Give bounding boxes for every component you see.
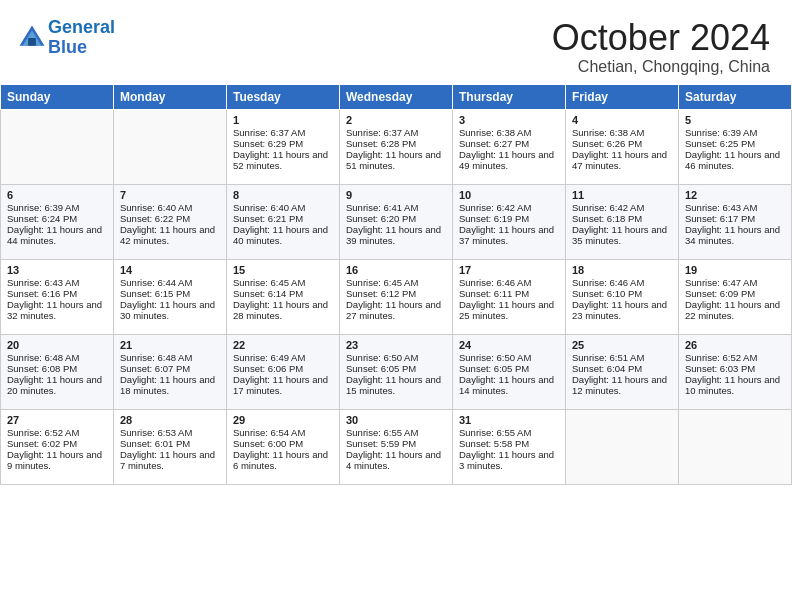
daylight-text: Daylight: 11 hours and 49 minutes. bbox=[459, 149, 554, 171]
table-row: 12 Sunrise: 6:43 AM Sunset: 6:17 PM Dayl… bbox=[679, 184, 792, 259]
logo-text: General Blue bbox=[48, 18, 115, 58]
daylight-text: Daylight: 11 hours and 35 minutes. bbox=[572, 224, 667, 246]
table-row: 6 Sunrise: 6:39 AM Sunset: 6:24 PM Dayli… bbox=[1, 184, 114, 259]
sunset-text: Sunset: 5:59 PM bbox=[346, 438, 416, 449]
day-number: 3 bbox=[459, 114, 559, 126]
day-number: 6 bbox=[7, 189, 107, 201]
daylight-text: Daylight: 11 hours and 42 minutes. bbox=[120, 224, 215, 246]
calendar-week-row: 20 Sunrise: 6:48 AM Sunset: 6:08 PM Dayl… bbox=[1, 334, 792, 409]
sunrise-text: Sunrise: 6:51 AM bbox=[572, 352, 644, 363]
sunset-text: Sunset: 6:21 PM bbox=[233, 213, 303, 224]
sunrise-text: Sunrise: 6:48 AM bbox=[7, 352, 79, 363]
daylight-text: Daylight: 11 hours and 25 minutes. bbox=[459, 299, 554, 321]
logo: General Blue bbox=[18, 18, 115, 58]
col-wednesday: Wednesday bbox=[340, 84, 453, 109]
daylight-text: Daylight: 11 hours and 37 minutes. bbox=[459, 224, 554, 246]
sunrise-text: Sunrise: 6:40 AM bbox=[233, 202, 305, 213]
sunrise-text: Sunrise: 6:44 AM bbox=[120, 277, 192, 288]
sunset-text: Sunset: 6:05 PM bbox=[346, 363, 416, 374]
sunrise-text: Sunrise: 6:50 AM bbox=[459, 352, 531, 363]
calendar-header-row: Sunday Monday Tuesday Wednesday Thursday… bbox=[1, 84, 792, 109]
col-friday: Friday bbox=[566, 84, 679, 109]
table-row bbox=[679, 409, 792, 484]
table-row: 26 Sunrise: 6:52 AM Sunset: 6:03 PM Dayl… bbox=[679, 334, 792, 409]
col-saturday: Saturday bbox=[679, 84, 792, 109]
sunrise-text: Sunrise: 6:52 AM bbox=[685, 352, 757, 363]
day-number: 11 bbox=[572, 189, 672, 201]
col-monday: Monday bbox=[114, 84, 227, 109]
sunset-text: Sunset: 6:09 PM bbox=[685, 288, 755, 299]
table-row bbox=[114, 109, 227, 184]
table-row: 25 Sunrise: 6:51 AM Sunset: 6:04 PM Dayl… bbox=[566, 334, 679, 409]
sunset-text: Sunset: 5:58 PM bbox=[459, 438, 529, 449]
sunrise-text: Sunrise: 6:37 AM bbox=[233, 127, 305, 138]
table-row: 4 Sunrise: 6:38 AM Sunset: 6:26 PM Dayli… bbox=[566, 109, 679, 184]
sunset-text: Sunset: 6:20 PM bbox=[346, 213, 416, 224]
sunset-text: Sunset: 6:16 PM bbox=[7, 288, 77, 299]
col-tuesday: Tuesday bbox=[227, 84, 340, 109]
table-row: 28 Sunrise: 6:53 AM Sunset: 6:01 PM Dayl… bbox=[114, 409, 227, 484]
sunset-text: Sunset: 6:04 PM bbox=[572, 363, 642, 374]
table-row: 30 Sunrise: 6:55 AM Sunset: 5:59 PM Dayl… bbox=[340, 409, 453, 484]
daylight-text: Daylight: 11 hours and 6 minutes. bbox=[233, 449, 328, 471]
day-number: 26 bbox=[685, 339, 785, 351]
daylight-text: Daylight: 11 hours and 44 minutes. bbox=[7, 224, 102, 246]
calendar-week-row: 6 Sunrise: 6:39 AM Sunset: 6:24 PM Dayli… bbox=[1, 184, 792, 259]
page: General Blue October 2024 Chetian, Chong… bbox=[0, 0, 792, 612]
sunrise-text: Sunrise: 6:49 AM bbox=[233, 352, 305, 363]
daylight-text: Daylight: 11 hours and 20 minutes. bbox=[7, 374, 102, 396]
sunset-text: Sunset: 6:25 PM bbox=[685, 138, 755, 149]
day-number: 25 bbox=[572, 339, 672, 351]
sunrise-text: Sunrise: 6:55 AM bbox=[459, 427, 531, 438]
daylight-text: Daylight: 11 hours and 15 minutes. bbox=[346, 374, 441, 396]
table-row: 2 Sunrise: 6:37 AM Sunset: 6:28 PM Dayli… bbox=[340, 109, 453, 184]
sunset-text: Sunset: 6:11 PM bbox=[459, 288, 529, 299]
table-row: 8 Sunrise: 6:40 AM Sunset: 6:21 PM Dayli… bbox=[227, 184, 340, 259]
day-number: 17 bbox=[459, 264, 559, 276]
sunset-text: Sunset: 6:10 PM bbox=[572, 288, 642, 299]
table-row: 24 Sunrise: 6:50 AM Sunset: 6:05 PM Dayl… bbox=[453, 334, 566, 409]
sunset-text: Sunset: 6:29 PM bbox=[233, 138, 303, 149]
sunrise-text: Sunrise: 6:50 AM bbox=[346, 352, 418, 363]
day-number: 29 bbox=[233, 414, 333, 426]
daylight-text: Daylight: 11 hours and 22 minutes. bbox=[685, 299, 780, 321]
sunrise-text: Sunrise: 6:47 AM bbox=[685, 277, 757, 288]
table-row: 16 Sunrise: 6:45 AM Sunset: 6:12 PM Dayl… bbox=[340, 259, 453, 334]
table-row: 27 Sunrise: 6:52 AM Sunset: 6:02 PM Dayl… bbox=[1, 409, 114, 484]
sunrise-text: Sunrise: 6:41 AM bbox=[346, 202, 418, 213]
daylight-text: Daylight: 11 hours and 46 minutes. bbox=[685, 149, 780, 171]
sunset-text: Sunset: 6:22 PM bbox=[120, 213, 190, 224]
title-block: October 2024 Chetian, Chongqing, China bbox=[552, 18, 770, 76]
daylight-text: Daylight: 11 hours and 12 minutes. bbox=[572, 374, 667, 396]
daylight-text: Daylight: 11 hours and 10 minutes. bbox=[685, 374, 780, 396]
day-number: 21 bbox=[120, 339, 220, 351]
sunset-text: Sunset: 6:26 PM bbox=[572, 138, 642, 149]
sunrise-text: Sunrise: 6:43 AM bbox=[7, 277, 79, 288]
day-number: 2 bbox=[346, 114, 446, 126]
day-number: 30 bbox=[346, 414, 446, 426]
table-row bbox=[1, 109, 114, 184]
sunrise-text: Sunrise: 6:43 AM bbox=[685, 202, 757, 213]
daylight-text: Daylight: 11 hours and 32 minutes. bbox=[7, 299, 102, 321]
daylight-text: Daylight: 11 hours and 30 minutes. bbox=[120, 299, 215, 321]
daylight-text: Daylight: 11 hours and 51 minutes. bbox=[346, 149, 441, 171]
sunrise-text: Sunrise: 6:39 AM bbox=[685, 127, 757, 138]
day-number: 12 bbox=[685, 189, 785, 201]
day-number: 19 bbox=[685, 264, 785, 276]
table-row: 1 Sunrise: 6:37 AM Sunset: 6:29 PM Dayli… bbox=[227, 109, 340, 184]
svg-rect-2 bbox=[28, 38, 36, 46]
day-number: 4 bbox=[572, 114, 672, 126]
sunset-text: Sunset: 6:15 PM bbox=[120, 288, 190, 299]
day-number: 10 bbox=[459, 189, 559, 201]
sunrise-text: Sunrise: 6:38 AM bbox=[459, 127, 531, 138]
table-row: 7 Sunrise: 6:40 AM Sunset: 6:22 PM Dayli… bbox=[114, 184, 227, 259]
daylight-text: Daylight: 11 hours and 9 minutes. bbox=[7, 449, 102, 471]
header: General Blue October 2024 Chetian, Chong… bbox=[0, 0, 792, 84]
table-row: 22 Sunrise: 6:49 AM Sunset: 6:06 PM Dayl… bbox=[227, 334, 340, 409]
table-row: 13 Sunrise: 6:43 AM Sunset: 6:16 PM Dayl… bbox=[1, 259, 114, 334]
table-row: 29 Sunrise: 6:54 AM Sunset: 6:00 PM Dayl… bbox=[227, 409, 340, 484]
sunrise-text: Sunrise: 6:45 AM bbox=[233, 277, 305, 288]
daylight-text: Daylight: 11 hours and 4 minutes. bbox=[346, 449, 441, 471]
daylight-text: Daylight: 11 hours and 28 minutes. bbox=[233, 299, 328, 321]
table-row: 19 Sunrise: 6:47 AM Sunset: 6:09 PM Dayl… bbox=[679, 259, 792, 334]
